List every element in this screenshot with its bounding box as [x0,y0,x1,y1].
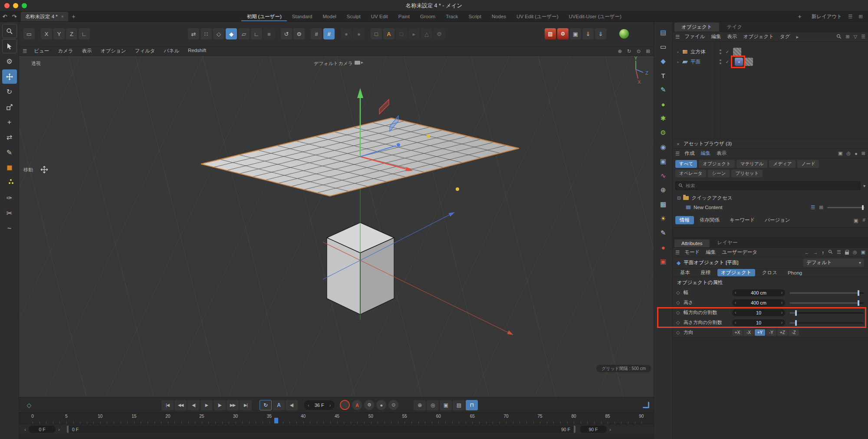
menu-item[interactable]: 編集 [697,150,713,157]
slider-thumb[interactable] [858,290,859,296]
render-settings-button[interactable]: ⚙ [557,28,569,39]
make-editable-icon[interactable]: ⇄ [188,28,199,39]
spline-smooth-tool[interactable]: ~ [2,221,17,236]
layout-tab[interactable]: Standard [287,12,318,21]
list-view-icon[interactable]: ☰ [811,204,815,210]
attribute-group-title[interactable]: オブジェクトの属性 [673,277,868,288]
frame-increase-icon[interactable]: › [329,403,331,408]
asset-filter-button[interactable]: マテリアル [736,160,768,168]
toggle-a-icon[interactable]: ● [341,28,352,39]
panel-tab[interactable]: テイク [720,23,749,32]
direction-button[interactable]: -Y [766,329,776,336]
undo-icon[interactable]: ↶ [0,12,10,21]
viewport-menu-item[interactable]: 表示 [78,48,96,54]
simulation-icon[interactable]: ◉ [656,141,670,154]
close-panel-icon[interactable]: × [677,141,680,147]
sound-toggle-icon[interactable]: ◀) [286,400,298,410]
target-icon[interactable]: ◎ [853,249,857,255]
stepper-increase-icon[interactable]: › [781,300,783,305]
range-end-label[interactable]: 90 F [561,427,570,432]
scope-icon[interactable]: ⊞ [845,34,849,39]
maximize-view-icon[interactable]: ⊞ [646,48,650,54]
search-icon[interactable] [836,34,842,40]
highlighted-tag-icon[interactable]: ▪ [735,58,743,66]
param-slider[interactable] [789,310,864,316]
range-start-decrease-icon[interactable]: ‹ [22,427,29,432]
menu-item[interactable]: モード [681,249,703,256]
menu-icon[interactable]: ☰ [675,34,680,40]
texture-mode-icon[interactable]: ■ [263,28,275,39]
menu-icon[interactable]: ☰ [675,151,680,157]
zoom-tool[interactable] [2,24,17,38]
history-back-icon[interactable]: ← [805,250,809,255]
list-options-icon[interactable]: ☰ [861,34,865,39]
panel-tab[interactable]: レイヤー [710,238,745,247]
node-editor-icon[interactable]: ▤ [656,26,670,39]
visibility-dots-icon[interactable] [717,59,723,64]
deformer-icon[interactable]: ∿ [656,169,670,182]
generator-gear-icon[interactable]: ⚙ [656,126,670,139]
object-name[interactable]: 平面 [690,59,717,65]
goto-start-button[interactable]: |◀ [161,400,174,410]
layout-tab[interactable]: Groom [415,12,441,21]
layout-list-icon[interactable]: ☰ [848,13,852,20]
parent-object-icon[interactable]: ↑ [822,250,825,255]
attribute-section-tab[interactable]: Phong [784,270,806,276]
edges-mode-icon[interactable]: ◇ [213,28,224,39]
rotate-tool[interactable]: ↻ [2,85,17,99]
reset-view-icon[interactable]: ↺ [281,28,292,39]
render-view-icon[interactable]: ▣ [656,255,670,268]
plane-primitive-icon[interactable]: ▭ [656,40,670,53]
play-forwards-button[interactable]: ▶▶ [227,400,239,410]
motion-clip-button[interactable]: ▤ [453,400,465,410]
keyframe-selection-button[interactable]: ⊙ [388,400,398,410]
param-slider[interactable] [789,300,864,306]
filter-icon[interactable]: ▽ [854,34,857,39]
copy-info-icon[interactable]: ▣ [854,217,858,223]
menu-item[interactable]: 表示 [724,33,740,40]
param-stepper[interactable]: ‹ 10 › [732,309,785,316]
keyframe-snap-button[interactable]: ⊓ [466,400,478,410]
viewport-menu-item[interactable]: ビュー [30,48,53,54]
stepper-increase-icon[interactable]: › [781,290,783,295]
slider-thumb[interactable] [795,310,797,316]
close-document-icon[interactable]: × [61,14,64,19]
render-view-button[interactable]: ▨ [545,28,556,39]
info-tab[interactable]: 依存関係 [695,216,724,224]
axis-z-button[interactable]: Z [66,28,77,39]
vertex-weight-tool[interactable] [2,161,17,175]
document-tab[interactable]: 名称未設定 4 * × [21,12,68,21]
dim-settings-icon[interactable]: ⚙ [434,28,445,39]
menu-item[interactable]: 編集 [708,33,724,40]
viewport-canvas[interactable]: 透視 デフォルトカメラ 移動 Y Z X [19,56,654,397]
thumbnail-size-slider[interactable] [827,207,865,208]
select-tool[interactable] [2,39,17,53]
range-end-field[interactable]: 90 F [580,426,607,433]
enabled-check-icon[interactable]: ✓ [723,49,731,54]
modeling-cube-icon[interactable]: □ [371,28,382,39]
menu-item[interactable]: ユーザーデータ [719,249,760,256]
pan-view-icon[interactable]: ⊕ [618,48,622,54]
menu-icon[interactable]: ☰ [675,249,680,256]
param-value[interactable]: 400 cm [736,300,781,305]
object-name[interactable]: 立方体 [690,49,717,55]
layout-tab[interactable]: 初期 (ユーザー) [241,12,286,21]
menu-item[interactable]: ファイル [681,33,708,40]
spline-pen-icon[interactable]: ✎ [656,83,670,96]
record-dot-icon[interactable]: ● [855,151,858,156]
attribute-section-tab[interactable]: 基本 [677,269,694,276]
hierarchy-dot-icon[interactable]: ● [677,51,682,53]
prev-frame-button[interactable]: ◀| [187,400,200,410]
cube-primitive-icon[interactable]: ◆ [656,55,670,68]
dim-cube-icon[interactable]: □ [396,28,407,39]
history-forward-icon[interactable]: → [813,250,818,255]
pen-tool[interactable]: ✎ [2,145,17,160]
uv-mode-icon[interactable]: ▱ [238,28,250,39]
attribute-section-tab[interactable]: クロス [759,269,781,276]
viewport-menu-item[interactable]: オプション [96,48,131,54]
loop-toggle-icon[interactable]: ↻ [260,400,272,410]
tree-label[interactable]: New Content [694,205,722,210]
layout-tab[interactable]: Script [464,12,487,21]
range-end-increase-icon[interactable]: › [607,427,614,432]
text-primitive-icon[interactable]: T [656,69,670,82]
